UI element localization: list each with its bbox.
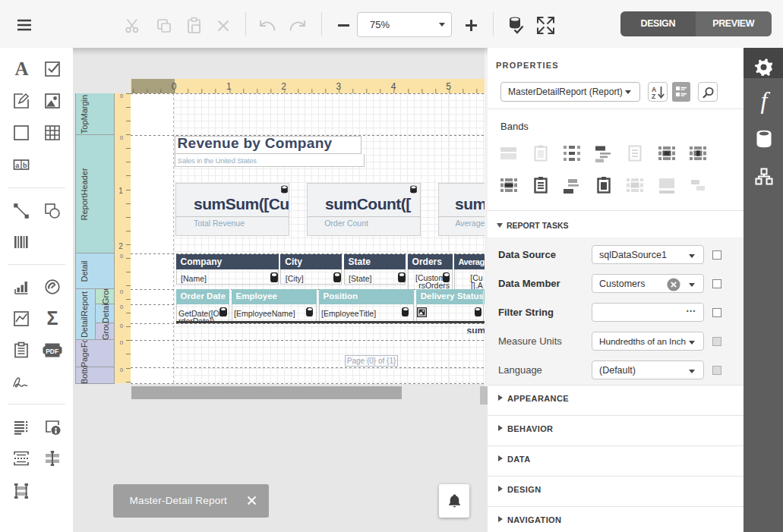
svg-text:f: f — [761, 87, 771, 114]
svg-text:Z: Z — [652, 93, 655, 100]
svg-text:a: a — [15, 162, 20, 169]
svg-text:PDF: PDF — [46, 348, 58, 355]
svg-text:b: b — [23, 162, 27, 169]
